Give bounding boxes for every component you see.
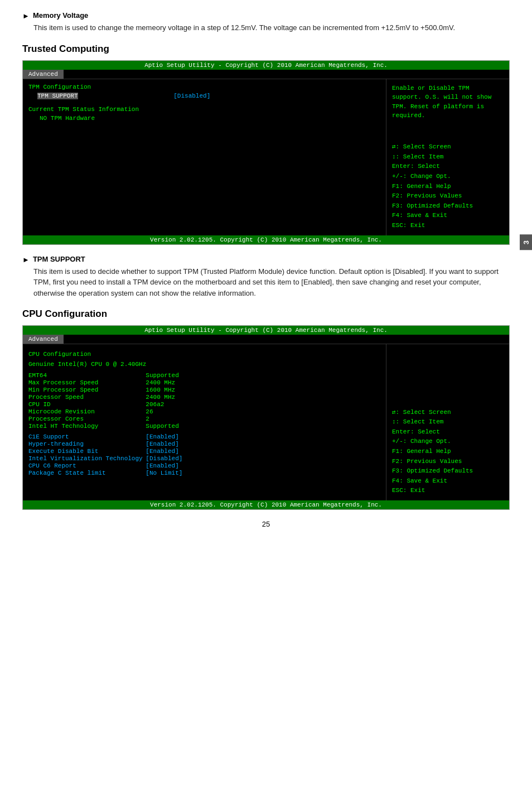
cpu-ht-value: Supported [146, 423, 263, 430]
cpu-proc-speed-row: Processor Speed 2400 MHz [28, 394, 380, 401]
page-number: 25 [22, 520, 510, 528]
cpu-execute-disable-label: Execute Disable Bit [28, 448, 146, 455]
cpu-max-speed-label: Max Processor Speed [28, 379, 146, 386]
cpu-pkg-c-state-label: Package C State limit [28, 470, 146, 476]
cpu-cores-row: Processor Cores 2 [28, 416, 380, 422]
cpu-bios-left: CPU Configuration Genuine Intel(R) CPU 0… [23, 344, 386, 500]
cpu-hyperthreading-value: [Enabled] [146, 441, 263, 447]
cpu-legend-f2-prev: F2: Previous Values [392, 457, 504, 467]
cpu-min-speed-value: 1600 MHz [146, 387, 263, 393]
cpu-microcode-label: Microcode Revision [28, 408, 146, 415]
cpu-proc-speed-value: 2400 MHz [146, 394, 263, 401]
tpm-support-value: [Disabled] [173, 93, 210, 99]
cpu-microcode-value: 26 [146, 408, 263, 415]
cpu-c6-report-row[interactable]: CPU C6 Report [Enabled] [28, 462, 380, 469]
cpu-c6-report-label: CPU C6 Report [28, 462, 146, 469]
tpm-support-desc: This item is used to decide whether to s… [33, 266, 510, 299]
legend-f2-prev: F2: Previous Values [392, 191, 504, 201]
cpu-virt-tech-label: Intel Virtualization Technology [28, 455, 146, 462]
cpu-legend-enter-select: Enter: Select [392, 427, 504, 437]
trusted-bios-help-text: Enable or Disable TPMsupport. O.S. will … [392, 84, 504, 120]
memory-voltage-desc: This item is used to change the memeory … [33, 22, 510, 33]
trusted-bios-key-legend: ⇄: Select Screen ↕: Select Item Enter: S… [392, 142, 504, 230]
side-tab: 3 [520, 234, 532, 250]
legend-select-screen: ⇄: Select Screen [392, 142, 504, 152]
cpu-execute-disable-row[interactable]: Execute Disable Bit [Enabled] [28, 448, 380, 455]
tpm-support-label: TPM SUPPORT [37, 93, 78, 99]
cpu-bios-titlebar: Aptio Setup Utility - Copyright (C) 2010… [23, 326, 509, 335]
cpu-id-value: 206a2 [146, 401, 263, 408]
no-tpm-hardware: NO TPM Hardware [28, 115, 380, 122]
cpu-virt-tech-value: [Disabled] [146, 455, 263, 462]
cpu-legend-change-opt: +/-: Change Opt. [392, 437, 504, 447]
cpu-ht-label: Intel HT Technology [28, 423, 146, 430]
cpu-microcode-row: Microcode Revision 26 [28, 408, 380, 415]
tpm-section-label: TPM Configuration [28, 84, 380, 90]
cpu-bios-footer: Version 2.02.1205. Copyright (C) 2010 Am… [23, 500, 509, 509]
trusted-bios-tabbar: Advanced [23, 70, 509, 79]
cpu-c1e-label: C1E Support [28, 433, 146, 440]
cpu-proc-speed-label: Processor Speed [28, 394, 146, 401]
tpm-support-item[interactable]: TPM SUPPORT [Disabled] [28, 93, 380, 99]
cpu-hyperthreading-label: Hyper-threading [28, 441, 146, 447]
cpu-legend-esc-exit: ESC: Exit [392, 486, 504, 496]
arrow-icon: ► [22, 12, 30, 20]
cpu-legend-f4-save: F4: Save & Exit [392, 476, 504, 486]
cpu-emt64-row: EMT64 Supported [28, 372, 380, 379]
trusted-computing-heading: Trusted Computing [22, 44, 510, 55]
cpu-min-speed-row: Min Processor Speed 1600 MHz [28, 387, 380, 393]
trusted-bios-titlebar: Aptio Setup Utility - Copyright (C) 2010… [23, 61, 509, 70]
cpu-hyperthreading-row[interactable]: Hyper-threading [Enabled] [28, 441, 380, 447]
cpu-emt64-value: Supported [146, 372, 263, 379]
cpu-emt64-label: EMT64 [28, 372, 146, 379]
memory-voltage-header: ► Memory Voltage [22, 11, 510, 20]
legend-enter-select: Enter: Select [392, 162, 504, 172]
cpu-id-label: CPU ID [28, 401, 146, 408]
trusted-computing-bios-box: Aptio Setup Utility - Copyright (C) 2010… [22, 60, 510, 245]
cpu-bios-body: CPU Configuration Genuine Intel(R) CPU 0… [23, 344, 509, 500]
trusted-bios-footer: Version 2.02.1205. Copyright (C) 2010 Am… [23, 235, 509, 244]
tpm-arrow-icon: ► [22, 255, 30, 264]
legend-f4-save: F4: Save & Exit [392, 211, 504, 221]
legend-select-item: ↕: Select Item [392, 152, 504, 162]
cpu-c6-report-value: [Enabled] [146, 462, 263, 469]
cpu-c1e-row[interactable]: C1E Support [Enabled] [28, 433, 380, 440]
cpu-min-speed-label: Min Processor Speed [28, 387, 146, 393]
cpu-id-row: CPU ID 206a2 [28, 401, 380, 408]
tpm-support-title: TPM SUPPORT [33, 255, 85, 263]
tpm-support-header: ► TPM SUPPORT [22, 255, 510, 264]
cpu-max-speed-value: 2400 MHz [146, 379, 263, 386]
cpu-c1e-value: [Enabled] [146, 433, 263, 440]
cpu-bios-tab-advanced[interactable]: Advanced [23, 335, 64, 344]
legend-change-opt: +/-: Change Opt. [392, 172, 504, 182]
cpu-name: Genuine Intel(R) CPU 0 @ 2.40GHz [28, 361, 380, 368]
memory-voltage-title: Memory Voltage [33, 11, 88, 20]
legend-f1-help: F1: General Help [392, 182, 504, 192]
tpm-status-label: Current TPM Status Information [28, 106, 380, 113]
cpu-cores-value: 2 [146, 416, 263, 422]
cpu-virt-tech-row[interactable]: Intel Virtualization Technology [Disable… [28, 455, 380, 462]
trusted-bios-body: TPM Configuration TPM SUPPORT [Disabled]… [23, 79, 509, 235]
cpu-section-title: CPU Configuration [28, 351, 380, 358]
cpu-pkg-c-state-value: [No Limit] [146, 470, 263, 476]
legend-esc-exit: ESC: Exit [392, 221, 504, 231]
cpu-bios-right: ⇄: Select Screen ↕: Select Item Enter: S… [386, 344, 509, 500]
trusted-bios-tab-advanced[interactable]: Advanced [23, 70, 64, 79]
cpu-bios-key-legend: ⇄: Select Screen ↕: Select Item Enter: S… [392, 408, 504, 496]
cpu-config-bios-box: Aptio Setup Utility - Copyright (C) 2010… [22, 325, 510, 510]
cpu-legend-select-screen: ⇄: Select Screen [392, 408, 504, 418]
cpu-config-heading: CPU Configuration [22, 308, 510, 320]
legend-f3-defaults: F3: Optimized Defaults [392, 201, 504, 211]
cpu-max-speed-row: Max Processor Speed 2400 MHz [28, 379, 380, 386]
cpu-pkg-c-state-row[interactable]: Package C State limit [No Limit] [28, 470, 380, 476]
cpu-legend-select-item: ↕: Select Item [392, 417, 504, 427]
cpu-ht-row: Intel HT Technology Supported [28, 423, 380, 430]
cpu-execute-disable-value: [Enabled] [146, 448, 263, 455]
trusted-bios-left: TPM Configuration TPM SUPPORT [Disabled]… [23, 79, 386, 235]
trusted-bios-right: Enable or Disable TPMsupport. O.S. will … [386, 79, 509, 235]
cpu-cores-label: Processor Cores [28, 416, 146, 422]
cpu-bios-tabbar: Advanced [23, 335, 509, 344]
cpu-legend-f3-defaults: F3: Optimized Defaults [392, 466, 504, 476]
cpu-legend-f1-help: F1: General Help [392, 447, 504, 457]
